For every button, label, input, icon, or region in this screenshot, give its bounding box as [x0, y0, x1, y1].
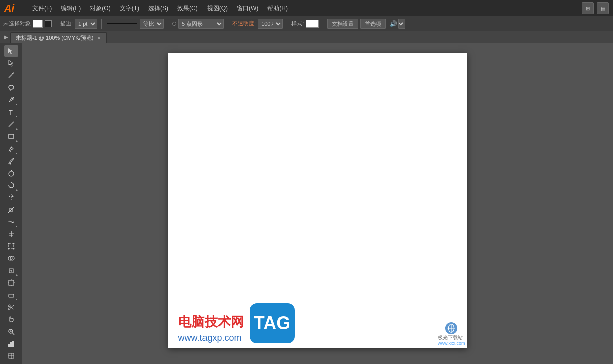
document-tab[interactable]: 未标题-1 @ 100% (CMYK/预览) ×: [10, 32, 107, 43]
svg-rect-35: [9, 294, 14, 297]
document-canvas: 电脑技术网 www.tagxp.com TAG 极光下载站 www: [168, 53, 467, 348]
divider-3: [168, 19, 168, 29]
menu-view[interactable]: 视图(Q): [203, 2, 232, 15]
menu-edit[interactable]: 编辑(E): [57, 2, 85, 15]
style-label: 样式:: [291, 20, 304, 27]
stroke-swatch[interactable]: [45, 20, 52, 27]
menu-effect[interactable]: 效果(C): [173, 2, 202, 15]
menu-window[interactable]: 窗口(W): [233, 2, 262, 15]
svg-rect-30: [9, 280, 14, 285]
scale-tool[interactable]: [4, 204, 18, 215]
magic-wand-tool[interactable]: [4, 70, 18, 81]
arrange-icon[interactable]: ▤: [597, 2, 609, 14]
menu-select[interactable]: 选择(S): [144, 2, 172, 15]
svg-point-27: [8, 248, 9, 249]
svg-line-8: [9, 122, 14, 127]
zoom-tool[interactable]: [4, 326, 18, 337]
fill-swatch[interactable]: [33, 20, 43, 28]
menu-bar: 文件(F) 编辑(E) 对象(O) 文字(T) 选择(S) 效果(C) 视图(Q…: [28, 2, 292, 15]
line-tool[interactable]: [4, 118, 18, 130]
free-transform-tool[interactable]: [4, 240, 18, 252]
extra-select[interactable]: ▼: [398, 19, 405, 29]
divider-1: [56, 19, 56, 29]
title-bar: Ai 文件(F) 编辑(E) 对象(O) 文字(T) 选择(S) 效果(C) 视…: [0, 0, 613, 16]
direct-selection-tool[interactable]: [4, 57, 18, 69]
paintbrush-tool[interactable]: [4, 155, 18, 167]
title-bar-right: ⊞ ▤: [582, 2, 609, 14]
menu-object[interactable]: 对象(O): [86, 2, 114, 15]
rotate-tool[interactable]: [4, 179, 18, 191]
canvas-content: 电脑技术网 www.tagxp.com TAG: [168, 288, 467, 348]
scissors-tool[interactable]: [4, 301, 18, 313]
stroke-width-select[interactable]: 1 pt 2 pt 3 pt: [75, 19, 97, 29]
tab-bar: ▶ 未标题-1 @ 100% (CMYK/预览) ×: [0, 31, 613, 43]
brush-select[interactable]: 5 点固形: [178, 19, 224, 29]
line-style-select[interactable]: 等比: [140, 19, 164, 29]
selection-tool[interactable]: [4, 45, 18, 57]
menu-file[interactable]: 文件(F): [28, 2, 56, 15]
lasso-tool[interactable]: [4, 82, 18, 93]
left-toolbar: T: [0, 43, 22, 364]
svg-point-4: [9, 85, 14, 89]
no-selection-label: 未选择对象: [3, 20, 31, 27]
pencil-tool[interactable]: [4, 143, 18, 154]
tab-close-button[interactable]: ×: [96, 35, 101, 41]
type-tool[interactable]: T: [4, 106, 18, 118]
eraser-tool[interactable]: [4, 289, 18, 301]
svg-rect-9: [9, 134, 14, 138]
svg-line-5: [10, 89, 10, 91]
watermark-icon: [445, 322, 458, 335]
site-text-block: 电脑技术网 www.tagxp.com: [178, 313, 244, 343]
stroke-label: 描边:: [60, 20, 73, 27]
rectangle-tool[interactable]: [4, 131, 18, 142]
pen-tool[interactable]: [4, 94, 18, 106]
divider-5: [287, 19, 287, 29]
svg-point-6: [12, 97, 14, 99]
svg-point-26: [13, 248, 14, 249]
svg-point-11: [9, 171, 14, 176]
artboard-tool[interactable]: [4, 277, 18, 288]
reflect-tool[interactable]: [4, 192, 18, 203]
tag-logo: TAG: [250, 303, 295, 343]
line-style-preview: [107, 23, 137, 24]
tab-left-arrow[interactable]: ▶: [2, 33, 10, 41]
live-paint-tool[interactable]: [4, 265, 18, 276]
svg-rect-45: [10, 342, 12, 347]
menu-help[interactable]: 帮助(H): [263, 2, 292, 15]
svg-line-18: [8, 207, 14, 213]
divider-6: [323, 19, 323, 29]
shape-builder-tool[interactable]: [4, 253, 18, 264]
speaker-icon[interactable]: 🔊: [390, 20, 397, 27]
menu-type[interactable]: 文字(T): [116, 2, 143, 15]
workspace-icon[interactable]: ⊞: [582, 2, 594, 14]
doc-settings-button[interactable]: 文档设置: [327, 19, 358, 29]
opacity-select[interactable]: 100% 75% 50%: [258, 19, 283, 29]
svg-rect-46: [12, 341, 14, 347]
site-url: www.tagxp.com: [178, 333, 244, 343]
svg-point-25: [13, 243, 14, 244]
site-name: 电脑技术网: [178, 313, 244, 331]
blob-brush-tool[interactable]: [4, 167, 18, 179]
hand-tool[interactable]: [4, 314, 18, 325]
divider-4: [228, 19, 228, 29]
divider-2: [101, 19, 102, 29]
mesh-tool[interactable]: [4, 350, 18, 362]
svg-line-41: [12, 333, 14, 335]
canvas-area: 电脑技术网 www.tagxp.com TAG 极光下载站 www: [22, 43, 613, 364]
svg-text:T: T: [9, 109, 13, 116]
svg-point-10: [9, 163, 11, 165]
svg-point-24: [8, 243, 9, 244]
svg-line-0: [9, 74, 12, 78]
extra-controls: 🔊 ▼: [390, 19, 405, 29]
warp-tool[interactable]: [4, 216, 18, 227]
tab-title: 未标题-1 @ 100% (CMYK/预览): [16, 34, 93, 42]
svg-marker-15: [9, 195, 10, 197]
svg-rect-23: [9, 244, 14, 249]
width-tool[interactable]: [4, 228, 18, 240]
bar-chart-tool[interactable]: [4, 338, 18, 349]
svg-rect-44: [8, 344, 10, 347]
dot-icon: [172, 22, 176, 26]
control-bar: 未选择对象 描边: 1 pt 2 pt 3 pt 等比 5 点固形 不透明度: …: [0, 16, 613, 31]
style-swatch[interactable]: [306, 20, 319, 28]
preferences-button[interactable]: 首选项: [360, 19, 386, 29]
